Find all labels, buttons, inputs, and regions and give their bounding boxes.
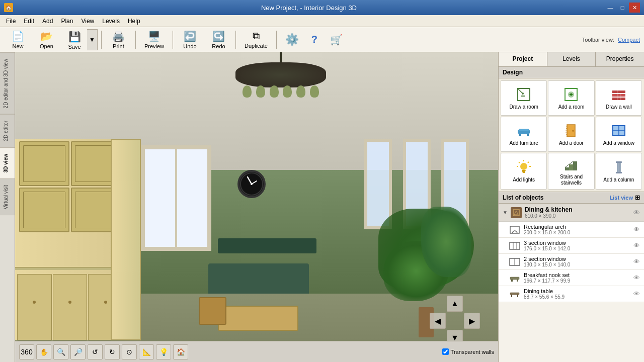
nav-rotate-left-button[interactable]: ↺ <box>88 344 103 359</box>
nav-360-button[interactable]: 360 <box>19 344 34 359</box>
transparent-walls-checkbox[interactable] <box>442 348 449 355</box>
preview-button[interactable]: 🖥️ Preview <box>139 29 170 51</box>
nav-rotate-right-button[interactable]: ↻ <box>105 344 120 359</box>
group-visibility-icon[interactable]: 👁 <box>633 209 640 217</box>
breakfast-info: Breakfast nook set 166.7 × 117.7 × 99.9 <box>524 272 630 284</box>
list-view-icon: ⊞ <box>635 194 640 201</box>
duplicate-label: Duplicate <box>245 43 268 49</box>
add-room-icon <box>563 86 579 103</box>
menu-edit[interactable]: Edit <box>20 15 38 27</box>
add-lights-icon <box>516 159 532 175</box>
list-item-dining-table[interactable]: Dining table 88.7 × 55.6 × 55.9 👁 <box>499 286 644 302</box>
stairs-button[interactable]: Stairs and stairwells <box>548 153 594 190</box>
light-2 <box>256 85 265 98</box>
3d-viewport[interactable]: ▲ ◀ ▶ ▼ 360 ✋ 🔍 🔎 ↺ ↻ ⊙ 📐 💡 🏠 Transparen… <box>15 52 498 362</box>
new-button[interactable]: 📄 New <box>4 29 32 51</box>
add-room-button[interactable]: Add a room <box>548 80 594 116</box>
side-tab-2d[interactable]: 2D editor <box>0 114 15 147</box>
list-header: List of objects List view ⊞ <box>499 192 644 204</box>
group-dims: 610.0 × 390.0 <box>525 213 630 219</box>
side-tab-2d3d[interactable]: 2D editor and 3D view <box>0 52 15 114</box>
cabinet-lower <box>17 274 123 340</box>
menu-help[interactable]: Help <box>124 15 144 27</box>
light-4 <box>283 85 292 98</box>
menu-view[interactable]: View <box>77 15 98 27</box>
nav-arrow-right[interactable]: ▶ <box>464 313 480 329</box>
tab-properties[interactable]: Properties <box>596 52 644 66</box>
light-3 <box>270 85 279 98</box>
maximize-button[interactable]: □ <box>617 3 628 13</box>
store-icon: 🛒 <box>330 34 343 46</box>
list-item-arch[interactable]: Rectangular arch 200.0 × 15.0 × 200.0 👁 <box>499 222 644 238</box>
open-button[interactable]: 📂 Open <box>33 29 60 51</box>
nav-zoomout-button[interactable]: 🔍 <box>53 344 68 359</box>
transparent-walls-control[interactable]: Transparent walls <box>442 348 494 355</box>
add-room-label: Add a room <box>558 104 585 110</box>
draw-wall-icon <box>611 86 627 103</box>
3section-icon <box>509 241 521 251</box>
nav-home-button[interactable]: 🏠 <box>173 344 188 359</box>
toolbar: 📄 New 📂 Open 💾 Save ▼ 🖨️ Print 🖥️ Previe… <box>0 27 644 52</box>
svg-rect-14 <box>612 94 625 97</box>
draw-room-button[interactable]: Draw a room <box>501 80 547 116</box>
nav-zoomin-button[interactable]: 🔎 <box>70 344 86 359</box>
compact-link[interactable]: Compact <box>618 37 640 43</box>
save-icon: 💾 <box>68 31 81 43</box>
settings-icon: ⚙️ <box>285 33 299 46</box>
store-button[interactable]: 🛒 <box>325 29 348 51</box>
duplicate-button[interactable]: ⧉ Duplicate <box>239 29 273 51</box>
group-info: Dining & kitchen 610.0 × 390.0 <box>525 206 630 219</box>
add-furniture-button[interactable]: Add furniture <box>501 117 547 152</box>
menubar: File Edit Add Plan View Levels Help <box>0 15 644 27</box>
add-window-button[interactable]: Add a window <box>596 117 642 152</box>
toolbar-separator-3 <box>173 31 173 49</box>
side-tab-3d[interactable]: 3D view <box>0 147 15 178</box>
3section-visibility-icon[interactable]: 👁 <box>633 242 640 249</box>
object-group-dining[interactable]: ▼ Dining & kitchen 610.0 × 390.0 👁 <box>499 204 644 222</box>
save-dropdown-button[interactable]: ▼ <box>87 29 98 50</box>
minimize-button[interactable]: — <box>605 3 616 13</box>
close-button[interactable]: ✕ <box>629 3 640 13</box>
redo-button[interactable]: ↪️ Redo <box>205 29 232 51</box>
tab-project[interactable]: Project <box>499 52 547 66</box>
tab-levels[interactable]: Levels <box>547 52 596 66</box>
add-door-button[interactable]: Add a door <box>548 117 594 152</box>
help-button[interactable]: ? <box>305 29 324 51</box>
arch-visibility-icon[interactable]: 👁 <box>633 226 640 233</box>
breakfast-visibility-icon[interactable]: 👁 <box>633 274 640 282</box>
list-view-button[interactable]: List view ⊞ <box>610 194 640 201</box>
add-lights-button[interactable]: Add lights <box>501 153 547 190</box>
draw-wall-button[interactable]: Draw a wall <box>596 80 642 116</box>
toolbar-separator-2 <box>135 31 136 49</box>
dining-table-visibility-icon[interactable]: 👁 <box>633 290 640 298</box>
nav-orbit-button[interactable]: ⊙ <box>122 344 137 359</box>
svg-line-29 <box>528 162 529 163</box>
wall-clock <box>237 170 266 198</box>
list-item-3section[interactable]: 3 section window 176.0 × 15.0 × 142.0 👁 <box>499 238 644 254</box>
add-column-button[interactable]: Add a column <box>596 153 642 190</box>
nav-arrow-up[interactable]: ▲ <box>447 296 463 312</box>
preview-label: Preview <box>144 43 164 49</box>
menu-levels[interactable]: Levels <box>98 15 124 27</box>
menu-add[interactable]: Add <box>38 15 57 27</box>
window-title: New Project, - Interior Design 3D <box>13 4 605 12</box>
list-item-breakfast[interactable]: Breakfast nook set 166.7 × 117.7 × 99.9 … <box>499 270 644 286</box>
app-icon: 🏠 <box>4 3 13 12</box>
settings-button[interactable]: ⚙️ <box>280 29 304 51</box>
print-button[interactable]: 🖨️ Print <box>105 29 132 51</box>
nav-pan-button[interactable]: ✋ <box>36 344 51 359</box>
undo-button[interactable]: ↩️ Undo <box>176 29 204 51</box>
nav-arrow-left[interactable]: ◀ <box>430 313 446 329</box>
menu-file[interactable]: File <box>2 15 20 27</box>
list-item-2section[interactable]: 2 section window 130.0 × 15.0 × 140.0 👁 <box>499 254 644 270</box>
svg-marker-44 <box>514 211 518 215</box>
menu-plan[interactable]: Plan <box>57 15 77 27</box>
arch-name: Rectangular arch <box>524 224 630 230</box>
nav-light-button[interactable]: 💡 <box>156 344 171 359</box>
save-label: Save <box>68 44 80 50</box>
nav-measure-button[interactable]: 📐 <box>139 344 154 359</box>
side-tab-virtual[interactable]: Virtual visit <box>0 178 15 215</box>
svg-rect-8 <box>521 96 525 97</box>
save-button[interactable]: 💾 Save <box>62 29 87 51</box>
2section-visibility-icon[interactable]: 👁 <box>633 258 640 265</box>
